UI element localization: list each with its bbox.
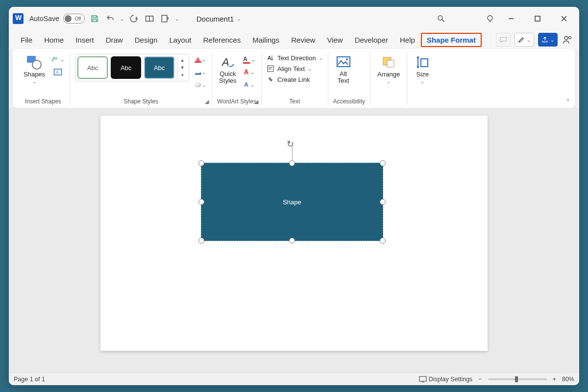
group-accessibility: Alt Text Accessibility <box>328 52 370 106</box>
text-fill-icon[interactable]: A⌄ <box>243 54 256 65</box>
shape-text[interactable]: Shape <box>283 198 301 206</box>
display-settings-button[interactable]: Display Settings <box>419 376 473 383</box>
zoom-out-button[interactable]: − <box>478 376 482 383</box>
alt-text-button[interactable]: Alt Text <box>333 54 354 86</box>
minimize-button[interactable] <box>500 12 522 25</box>
tab-help[interactable]: Help <box>394 33 421 47</box>
align-text-icon <box>267 65 274 73</box>
group-label-accessibility: Accessibility <box>333 98 365 105</box>
document-page[interactable]: Shape ↻ <box>100 116 488 351</box>
tab-view[interactable]: View <box>321 33 348 47</box>
redo-icon[interactable] <box>128 13 140 24</box>
resize-handle-n[interactable] <box>289 160 295 166</box>
shape-outline-icon[interactable]: ⌄ <box>193 67 207 77</box>
resize-handle-nw[interactable] <box>198 160 204 166</box>
tab-references[interactable]: References <box>197 33 246 47</box>
shape-style-gallery[interactable]: Abc Abc Abc ▲▼▾ <box>75 54 189 81</box>
editing-mode-button[interactable]: ⌄ <box>514 33 534 47</box>
text-box-icon[interactable]: A <box>51 67 65 77</box>
svg-rect-28 <box>419 376 426 381</box>
svg-rect-15 <box>195 62 201 63</box>
document-canvas[interactable]: Shape ↻ <box>9 108 579 372</box>
arrange-label: Arrange <box>377 71 400 78</box>
selected-shape[interactable]: Shape ↻ <box>201 163 383 241</box>
size-button[interactable]: Size ⌄ <box>412 54 433 85</box>
page-indicator[interactable]: Page 1 of 1 <box>14 376 45 383</box>
style-preset-2[interactable]: Abc <box>111 56 141 79</box>
tab-insert[interactable]: Insert <box>70 33 100 47</box>
tab-design[interactable]: Design <box>129 33 164 47</box>
edit-shape-icon[interactable]: ⌄ <box>51 54 65 65</box>
word-app-icon <box>13 13 24 24</box>
arrange-button[interactable]: Arrange ⌄ <box>375 54 402 85</box>
tab-file[interactable]: File <box>15 33 38 47</box>
svg-rect-26 <box>387 60 394 67</box>
shapes-label: Shapes <box>24 71 45 78</box>
group-size: Size ⌄ <box>407 52 438 106</box>
svg-point-8 <box>569 36 571 39</box>
resize-handle-s[interactable] <box>289 238 295 244</box>
qat-item-2-icon[interactable] <box>159 13 171 24</box>
collapse-ribbon-icon[interactable]: ⌃ <box>565 98 570 105</box>
group-wordart-styles: A Quick Styles A⌄ A⌄ A⌄ WordArt Styles ◢ <box>212 52 262 106</box>
resize-handle-w[interactable] <box>198 199 204 205</box>
comments-icon[interactable] <box>496 33 511 47</box>
svg-text:A: A <box>221 56 229 68</box>
resize-handle-se[interactable] <box>380 238 386 244</box>
style-preset-1[interactable]: Abc <box>77 56 108 79</box>
resize-handle-sw[interactable] <box>198 238 204 244</box>
gallery-scroll[interactable]: ▲▼▾ <box>177 57 187 79</box>
account-icon[interactable] <box>562 34 573 46</box>
shapes-button[interactable]: Shapes ⌄ <box>22 54 47 85</box>
group-label-shape-styles: Shape Styles ◢ <box>75 98 207 105</box>
text-outline-icon[interactable]: A⌄ <box>243 67 256 77</box>
quick-styles-icon: A <box>220 55 236 70</box>
zoom-in-button[interactable]: + <box>553 376 556 383</box>
close-button[interactable] <box>553 12 575 25</box>
search-icon[interactable] <box>435 13 447 24</box>
text-direction-button[interactable]: A Text Direction⌄ <box>267 54 323 62</box>
tab-home[interactable]: Home <box>38 33 70 47</box>
tab-mailings[interactable]: Mailings <box>246 33 285 47</box>
undo-more-icon[interactable]: ⌄ <box>120 16 124 22</box>
autosave-state: Off <box>73 16 83 22</box>
rotation-handle-icon[interactable]: ↻ <box>287 139 297 149</box>
ribbon-tabs: File Home Insert Draw Design Layout Refe… <box>9 30 579 49</box>
title-bar: AutoSave Off ⌄ ⌄ Document1 ⌄ <box>9 7 579 30</box>
status-bar: Page 1 of 1 Display Settings − + 80% <box>9 372 579 385</box>
share-button[interactable]: ⌄ <box>538 33 558 47</box>
zoom-slider[interactable] <box>488 378 547 380</box>
resize-handle-ne[interactable] <box>380 160 386 166</box>
svg-point-3 <box>438 16 442 20</box>
tab-draw[interactable]: Draw <box>100 33 129 47</box>
wordart-launcher-icon[interactable]: ◢ <box>254 98 258 105</box>
align-text-button[interactable]: Align Text⌄ <box>267 65 323 73</box>
pencil-icon <box>518 36 525 43</box>
text-effects-icon[interactable]: A⌄ <box>243 79 256 90</box>
quick-styles-button[interactable]: A Quick Styles <box>217 54 238 86</box>
tab-developer[interactable]: Developer <box>349 33 394 47</box>
qat-item-1-icon[interactable] <box>144 13 155 24</box>
autosave-toggle[interactable]: Off <box>63 14 85 24</box>
style-preset-3[interactable]: Abc <box>144 56 174 79</box>
svg-point-7 <box>564 36 568 40</box>
group-text: A Text Direction⌄ Align Text⌄ Create Lin… <box>262 52 328 106</box>
group-label-insert-shapes: Insert Shapes <box>22 98 65 105</box>
shape-styles-launcher-icon[interactable]: ◢ <box>205 98 209 105</box>
undo-icon[interactable] <box>104 13 116 24</box>
maximize-button[interactable] <box>526 12 549 25</box>
tips-icon[interactable] <box>484 13 496 24</box>
save-icon[interactable] <box>89 13 100 24</box>
qat-customize-icon[interactable]: ⌄ <box>175 16 179 22</box>
svg-rect-23 <box>337 57 350 67</box>
document-title[interactable]: Document1 ⌄ <box>196 15 241 23</box>
shape-fill-icon[interactable]: ⌄ <box>193 54 207 65</box>
resize-handle-e[interactable] <box>380 199 386 205</box>
tab-shape-format[interactable]: Shape Format <box>421 33 482 47</box>
tab-review[interactable]: Review <box>285 33 321 47</box>
zoom-level[interactable]: 80% <box>562 376 574 383</box>
size-icon <box>414 55 431 70</box>
tab-layout[interactable]: Layout <box>163 33 197 47</box>
create-link-button[interactable]: Create Link <box>267 75 323 83</box>
shape-effects-icon[interactable]: ⌄ <box>193 79 207 90</box>
